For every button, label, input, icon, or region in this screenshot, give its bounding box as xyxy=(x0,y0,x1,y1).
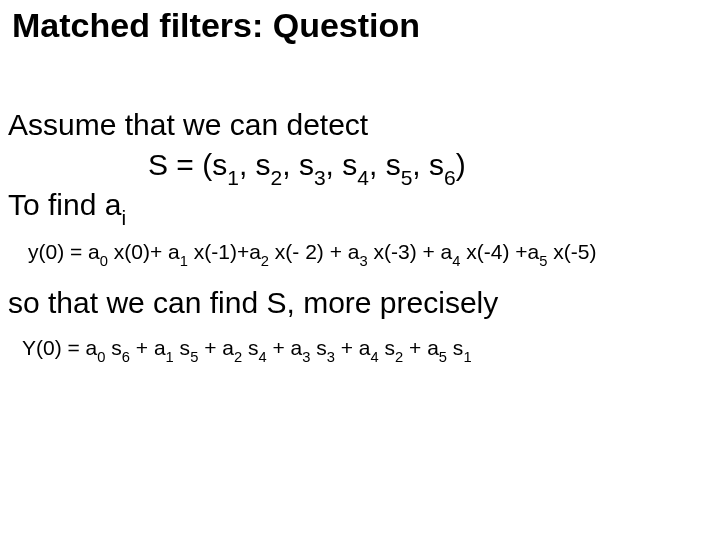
eq2-a4: 4 xyxy=(371,349,379,365)
eq2-a5: 5 xyxy=(439,349,447,365)
eq1-a2: 2 xyxy=(261,253,269,269)
eq2-s2: 2 xyxy=(395,349,403,365)
equation-Y0: Y(0) = a0 s6 + a1 s5 + a2 s4 + a3 s3 + a… xyxy=(22,336,472,363)
sub-3: 3 xyxy=(314,166,326,189)
eq1-a0: 0 xyxy=(100,253,108,269)
eq1-t5: x(-5) xyxy=(547,240,596,263)
s-def-suffix: ) xyxy=(456,148,466,181)
find-sub: i xyxy=(121,206,126,229)
eq2-lhs: Y(0) = a xyxy=(22,336,97,359)
eq1-t2: x(- 2) + a xyxy=(269,240,359,263)
eq2-p1: + a xyxy=(130,336,166,359)
slide-title: Matched filters: Question xyxy=(12,6,420,45)
eq2-t5: s xyxy=(447,336,463,359)
eq1-t4: x(-4) +a xyxy=(460,240,539,263)
eq1-t0: x(0)+ a xyxy=(108,240,180,263)
eq2-p5: + a xyxy=(403,336,439,359)
equation-y0: y(0) = a0 x(0)+ a1 x(-1)+a2 x(- 2) + a3 … xyxy=(28,240,596,267)
eq2-p4: + a xyxy=(335,336,371,359)
eq2-a2: 2 xyxy=(234,349,242,365)
sep-1: , s xyxy=(239,148,271,181)
eq1-lhs: y(0) = a xyxy=(28,240,100,263)
sub-2: 2 xyxy=(271,166,283,189)
eq2-s6: 6 xyxy=(122,349,130,365)
sep-2: , s xyxy=(282,148,314,181)
s-definition: S = (s1, s2, s3, s4, s5, s6) xyxy=(148,148,466,187)
find-prefix: To find a xyxy=(8,188,121,221)
sep-3: , s xyxy=(326,148,358,181)
eq2-a0: 0 xyxy=(97,349,105,365)
eq2-s4: 4 xyxy=(258,349,266,365)
sub-6: 6 xyxy=(444,166,456,189)
eq2-p3: + a xyxy=(267,336,303,359)
eq2-t4: s xyxy=(379,336,395,359)
slide: Matched filters: Question Assume that we… xyxy=(0,0,720,540)
assume-line: Assume that we can detect xyxy=(8,108,368,142)
s-def-prefix: S = (s xyxy=(148,148,227,181)
eq2-t1: s xyxy=(174,336,190,359)
eq1-a3: 3 xyxy=(359,253,367,269)
sep-5: , xyxy=(412,148,420,181)
eq2-s3: 3 xyxy=(327,349,335,365)
eq1-a4: 4 xyxy=(452,253,460,269)
eq2-t3: s xyxy=(310,336,326,359)
eq1-t3: x(-3) + a xyxy=(368,240,453,263)
sub-1: 1 xyxy=(227,166,239,189)
eq1-a1: 1 xyxy=(180,253,188,269)
so-that-line: so that we can find S, more precisely xyxy=(8,286,498,320)
sub-4: 4 xyxy=(357,166,369,189)
sep-4: , s xyxy=(369,148,401,181)
eq2-p2: + a xyxy=(198,336,234,359)
sp-6: s xyxy=(421,148,444,181)
eq2-s1: 1 xyxy=(463,349,471,365)
eq2-t0: s xyxy=(105,336,121,359)
sub-5: 5 xyxy=(401,166,413,189)
eq2-a3: 3 xyxy=(302,349,310,365)
find-line: To find ai xyxy=(8,188,126,227)
eq2-t2: s xyxy=(242,336,258,359)
eq2-a1: 1 xyxy=(166,349,174,365)
eq2-s5: 5 xyxy=(190,349,198,365)
eq1-t1: x(-1)+a xyxy=(188,240,261,263)
eq1-a5: 5 xyxy=(539,253,547,269)
